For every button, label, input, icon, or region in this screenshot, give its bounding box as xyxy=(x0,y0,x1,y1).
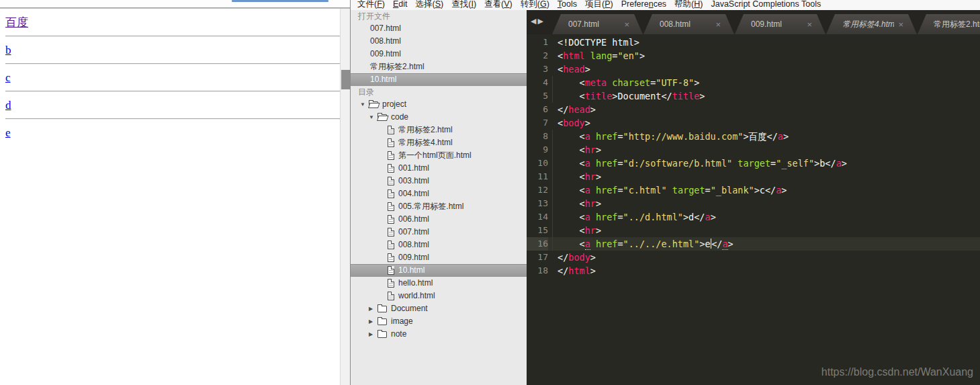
open-file-label: 008.html xyxy=(370,35,401,48)
code-line[interactable]: 1<!DOCTYPE html> xyxy=(527,36,980,49)
tree-item-folder[interactable]: ▶note xyxy=(351,328,527,341)
code-line[interactable]: 16 <a href="../../e.html">e</a> xyxy=(527,237,980,251)
tree-item-file[interactable]: 004.html xyxy=(351,187,527,200)
code-token: > xyxy=(694,77,699,88)
code-text: <hr> xyxy=(548,143,601,157)
chevron-expanded-icon[interactable]: ▼ xyxy=(360,98,369,111)
menu-item[interactable]: 文件(F) xyxy=(353,0,389,10)
tree-item-file[interactable]: 003.html xyxy=(351,175,527,187)
tree-item-file[interactable]: 常用标签4.html xyxy=(351,136,527,149)
menu-item[interactable]: Edit xyxy=(389,0,412,10)
chevron-collapsed-icon[interactable]: ▶ xyxy=(369,315,377,328)
open-file-item[interactable]: 009.html xyxy=(351,48,527,60)
sidebar: 打开文件 007.html008.html009.html常用标签2.html1… xyxy=(351,10,527,385)
code-line[interactable]: 3<head> xyxy=(527,62,980,76)
code-line[interactable]: 2<html lang="en"> xyxy=(527,49,980,62)
code-text: <hr> xyxy=(548,197,601,210)
code-line[interactable]: 11 <hr> xyxy=(527,170,980,183)
tree-item-folder[interactable]: ▼code xyxy=(351,111,527,124)
menu-item[interactable]: 帮助(H) xyxy=(670,0,707,10)
link-row: e xyxy=(5,126,340,140)
tab[interactable]: 常用标签2.html xyxy=(918,14,980,34)
tab-close-icon[interactable]: × xyxy=(807,19,812,30)
chevron-collapsed-icon[interactable]: ▶ xyxy=(369,302,377,315)
browser-scrollbar[interactable] xyxy=(340,9,350,385)
code-line[interactable]: 17</body> xyxy=(527,251,980,264)
tab[interactable]: 007.html× xyxy=(552,14,643,34)
tree-item-label: code xyxy=(391,111,408,124)
code-line[interactable]: 18</html> xyxy=(527,264,980,277)
tree-item-file[interactable]: 006.html xyxy=(351,213,527,226)
browser-link[interactable]: e xyxy=(5,126,11,140)
menu-item[interactable]: Tools xyxy=(553,0,581,10)
code-token: < xyxy=(558,144,585,155)
tree-item-file[interactable]: hello.html xyxy=(351,277,527,290)
open-file-label: 007.html xyxy=(370,22,401,35)
tab-close-icon[interactable]: × xyxy=(898,19,903,30)
code-area[interactable]: 1<!DOCTYPE html>2<html lang="en">3<head>… xyxy=(527,34,980,385)
tree-item-folder[interactable]: ▶Document xyxy=(351,302,527,315)
menu-item[interactable]: Preferences xyxy=(617,0,670,10)
tree-item-file[interactable]: 001.html xyxy=(351,162,527,175)
open-file-item[interactable]: 常用标签2.html xyxy=(351,60,527,73)
line-number: 14 xyxy=(527,210,548,224)
code-token: hr xyxy=(585,198,596,209)
tab-scroll-right-icon[interactable]: ▶ xyxy=(537,17,544,25)
tree-item-file[interactable]: 常用标签2.html xyxy=(351,124,527,136)
tab-close-icon[interactable]: × xyxy=(715,19,721,30)
tab-scroll-left-icon[interactable]: ◀ xyxy=(531,17,537,25)
tree-item-file[interactable]: 009.html xyxy=(351,251,527,264)
browser-link[interactable]: 百度 xyxy=(5,15,28,30)
open-file-item[interactable]: 008.html xyxy=(351,35,527,48)
tab[interactable]: 008.html× xyxy=(643,14,734,34)
code-line[interactable]: 9 <hr> xyxy=(527,143,980,157)
browser-link[interactable]: b xyxy=(5,43,11,57)
tree-item-file[interactable]: world.html xyxy=(351,290,527,302)
code-line[interactable]: 6</head> xyxy=(527,103,980,116)
menu-item[interactable]: 转到(G) xyxy=(517,0,553,10)
file-icon xyxy=(388,215,394,224)
tree-item-folder[interactable]: ▶image xyxy=(351,315,527,328)
menu-item[interactable]: JavaScript Completions Tools xyxy=(707,0,825,10)
code-line[interactable]: 8 <a href="http://www.baidu.com">百度</a> xyxy=(527,130,980,143)
tab-close-icon[interactable]: × xyxy=(624,19,629,30)
code-line[interactable]: 15 <hr> xyxy=(527,224,980,237)
tree-item-file[interactable]: 005.常用标签.html xyxy=(351,200,527,213)
code-token: = xyxy=(617,158,623,169)
tree-item-file[interactable]: 007.html xyxy=(351,226,527,239)
code-line[interactable]: 14 <a href="../d.html">d</a> xyxy=(527,210,980,224)
code-line[interactable]: 5 <title>Document</title> xyxy=(527,89,980,103)
browser-scrollbar-thumb[interactable] xyxy=(341,70,350,89)
menu-item[interactable]: 查找(I) xyxy=(447,0,480,10)
open-file-item[interactable]: 10.html xyxy=(351,73,527,86)
code-token: < xyxy=(558,198,585,209)
code-token: a xyxy=(585,212,590,222)
browser-link[interactable]: c xyxy=(5,71,11,85)
code-line[interactable]: 13 <hr> xyxy=(527,197,980,210)
code-line[interactable]: 4 <meta charset="UTF-8"> xyxy=(527,76,980,89)
code-token xyxy=(585,50,590,61)
browser-link[interactable]: d xyxy=(5,98,11,112)
code-token: < xyxy=(558,64,563,75)
code-line[interactable]: 10 <a href="d:/software/b.html" target="… xyxy=(527,157,980,170)
menu-item[interactable]: 查看(V) xyxy=(480,0,517,10)
tree-item-file[interactable]: 008.html xyxy=(351,239,527,251)
open-file-item[interactable]: 007.html xyxy=(351,22,527,35)
menu-item[interactable]: 选择(S) xyxy=(412,0,448,10)
tree-item-file[interactable]: 10.html xyxy=(351,264,527,277)
code-token: < xyxy=(558,225,585,236)
chevron-expanded-icon[interactable]: ▼ xyxy=(369,111,377,124)
chevron-collapsed-icon[interactable]: ▶ xyxy=(369,328,377,341)
code-token: "en" xyxy=(617,50,639,61)
tree-item-file[interactable]: 第一个html页面.html xyxy=(351,149,527,162)
open-file-label: 10.html xyxy=(370,73,396,86)
tree-item-folder[interactable]: ▼project xyxy=(351,98,527,111)
code-line[interactable]: 7<body> xyxy=(527,116,980,130)
tree-item-label: image xyxy=(391,315,413,328)
tab[interactable]: 009.html× xyxy=(735,14,826,34)
tree-item-label: 第一个html页面.html xyxy=(398,149,472,162)
menu-item[interactable]: 项目(P) xyxy=(581,0,617,10)
code-line[interactable]: 12 <a href="c.html" target="_blank">c</a… xyxy=(527,183,980,197)
code-token: = xyxy=(705,185,711,196)
tab[interactable]: 常用标签4.html× xyxy=(826,14,917,34)
